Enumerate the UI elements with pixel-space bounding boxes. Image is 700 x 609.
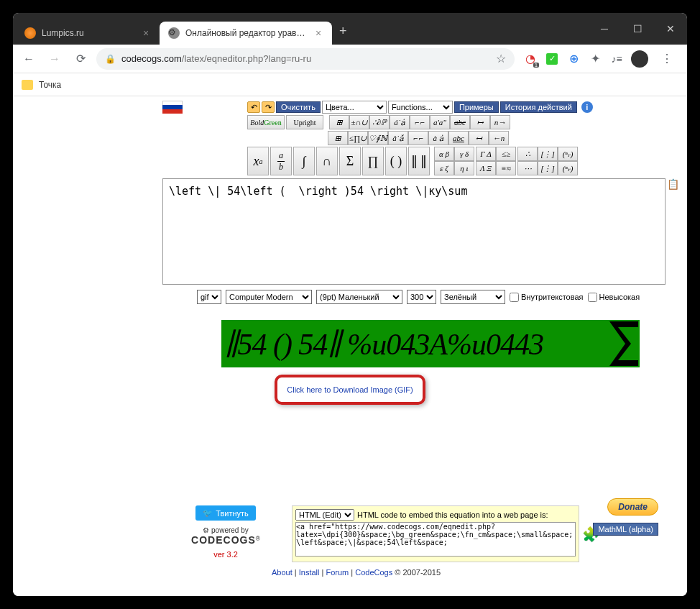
- embed-code-box: HTML (Edit) HTML code to embed this equa…: [292, 505, 579, 562]
- style-bold-button[interactable]: BoldGreen: [247, 115, 285, 129]
- binom2-panel[interactable]: (ⁿᵣ): [558, 161, 578, 175]
- brackets-left-panel[interactable]: ⌐⌐: [410, 115, 430, 129]
- functions-select[interactable]: Functions...: [388, 101, 453, 114]
- close-button[interactable]: ✕: [654, 13, 687, 45]
- language-flag-russia[interactable]: [162, 101, 183, 114]
- compare-panel[interactable]: ≤≥: [496, 147, 516, 161]
- accents-panel[interactable]: á˙ȧ: [390, 115, 410, 129]
- underline-panel[interactable]: abc: [448, 131, 469, 145]
- strikethrough-panel[interactable]: abc: [450, 115, 470, 129]
- brackets3-panel[interactable]: [⋮]: [538, 147, 558, 161]
- copy-icon[interactable]: 📋: [667, 178, 680, 191]
- arrow-right-panel[interactable]: ↦: [470, 115, 490, 129]
- greek-epsilon-panel[interactable]: ε ζ: [434, 161, 454, 175]
- clear-button[interactable]: Очистить: [276, 101, 321, 113]
- matrix2-panel[interactable]: ⊞: [328, 131, 348, 145]
- tab-codecogs[interactable]: ⚙ Онлайновый редактор уравнен ×: [160, 22, 332, 45]
- style-upright-button[interactable]: Upright: [286, 115, 323, 129]
- power-button[interactable]: xa: [247, 147, 269, 175]
- dots2-panel[interactable]: ⋯: [517, 161, 538, 175]
- dots-panel[interactable]: ∴: [517, 147, 538, 161]
- url-text: codecogs.com/latex/eqneditor.php?lang=ru…: [121, 53, 490, 64]
- maximize-button[interactable]: ☐: [621, 13, 654, 45]
- donate-button[interactable]: Donate: [607, 498, 658, 516]
- footer-links: About | Install | Forum | CodeCogs © 200…: [272, 568, 680, 577]
- about-link[interactable]: About: [272, 568, 293, 577]
- greek-alpha-panel[interactable]: α β: [434, 147, 454, 161]
- double-bar-button[interactable]: ‖ ‖: [408, 147, 430, 175]
- reading-list-icon[interactable]: ♪≡: [609, 52, 624, 66]
- inline-checkbox[interactable]: [510, 293, 519, 302]
- arrow-n-panel[interactable]: n→: [490, 115, 510, 129]
- arrow-n2-panel[interactable]: ←n: [489, 131, 509, 145]
- profile-avatar[interactable]: [631, 50, 648, 68]
- integral-button[interactable]: ∫: [293, 147, 315, 175]
- new-tab-button[interactable]: +: [332, 19, 354, 43]
- colors-select[interactable]: Цвета...: [322, 101, 387, 114]
- color-select[interactable]: Зелёный: [441, 290, 505, 304]
- product-button[interactable]: ∏: [362, 147, 384, 175]
- window-controls: ─ ☐ ✕: [588, 13, 687, 45]
- greek-cap-lambda-panel[interactable]: Λ Ξ: [476, 161, 496, 175]
- url-input[interactable]: 🔒 codecogs.com/latex/eqneditor.php?lang=…: [96, 48, 515, 70]
- embed-description: HTML code to embed this equation into a …: [357, 510, 548, 519]
- symbols-panel[interactable]: ♡∮ℕ: [368, 131, 388, 145]
- forward-button[interactable]: →: [45, 49, 65, 69]
- codecogs-link[interactable]: CodeCogs: [355, 568, 392, 577]
- format-select[interactable]: gif: [197, 290, 221, 304]
- size-select[interactable]: (9pt) Маленький: [316, 290, 402, 304]
- arrow-left-panel[interactable]: ↤: [469, 131, 489, 145]
- download-image-link[interactable]: Click here to Download Image (GIF): [287, 385, 413, 394]
- mathml-button[interactable]: MathML (alpha): [593, 523, 658, 536]
- relations-panel[interactable]: ∴∂ℙ: [369, 115, 390, 129]
- history-button[interactable]: История действий: [500, 101, 577, 113]
- compressed-checkbox[interactable]: [588, 293, 597, 302]
- extension-icon[interactable]: ✓: [545, 52, 559, 66]
- dpi-select[interactable]: 300: [407, 290, 436, 304]
- brackets-right-panel[interactable]: ⌐⌐: [408, 131, 428, 145]
- operators-panel[interactable]: ±∩∪: [349, 115, 369, 129]
- font-select[interactable]: Computer Modern: [226, 290, 312, 304]
- extension-icon[interactable]: ◔1: [523, 52, 538, 66]
- greek-gamma-panel[interactable]: γ δ: [454, 147, 474, 161]
- set-ops-panel[interactable]: ≤∏∪: [348, 131, 368, 145]
- binom-panel[interactable]: (ⁿᵣ): [558, 147, 578, 161]
- super-sub-panel[interactable]: a'a": [430, 115, 450, 129]
- info-icon[interactable]: i: [581, 101, 593, 113]
- extensions-menu-icon[interactable]: ✦: [588, 52, 602, 66]
- extension-icon[interactable]: ⊕: [566, 52, 581, 66]
- undo-button[interactable]: ↶: [247, 101, 260, 113]
- intersection-button[interactable]: ∩: [316, 147, 338, 175]
- tweet-button[interactable]: 🐦 Твитнуть: [195, 505, 256, 521]
- abc-panel[interactable]: à ȧ: [428, 131, 448, 145]
- accents2-panel[interactable]: â˙ǎ: [388, 131, 408, 145]
- fraction-button[interactable]: ab: [270, 147, 292, 175]
- bookmark-item[interactable]: Точка: [39, 80, 61, 90]
- embed-code-textarea[interactable]: [295, 522, 576, 557]
- minimize-button[interactable]: ─: [588, 13, 621, 45]
- copyright-text: © 2007-2015: [395, 568, 441, 577]
- tab-close-icon[interactable]: ×: [313, 27, 323, 39]
- sum-button[interactable]: Σ: [339, 147, 361, 175]
- editor-area: 📋: [162, 178, 678, 287]
- matrix-panel[interactable]: ⊞: [329, 115, 349, 129]
- install-link[interactable]: Install: [299, 568, 320, 577]
- equiv-panel[interactable]: ≡≈: [496, 161, 516, 175]
- forum-link[interactable]: Forum: [326, 568, 349, 577]
- footer: 🐦 Твитнуть ⚙ powered by CODECOGS® ver 3.…: [20, 505, 680, 562]
- tab-close-icon[interactable]: ×: [141, 27, 151, 39]
- greek-cap-gamma-panel[interactable]: Γ Δ: [476, 147, 496, 161]
- greek-eta-panel[interactable]: η ι: [454, 161, 474, 175]
- reload-button[interactable]: ⟳: [70, 49, 91, 69]
- redo-button[interactable]: ↷: [262, 101, 275, 113]
- browser-menu-icon[interactable]: ⋮: [655, 52, 678, 65]
- latex-input[interactable]: [162, 178, 666, 285]
- back-button[interactable]: ←: [19, 49, 39, 69]
- embed-format-select[interactable]: HTML (Edit): [295, 509, 354, 521]
- bookmark-star-icon[interactable]: ☆: [496, 52, 506, 65]
- brackets4-panel[interactable]: [⋮]: [538, 161, 558, 175]
- parentheses-button[interactable]: ( ): [385, 147, 407, 175]
- examples-button[interactable]: Примеры: [454, 101, 499, 113]
- titlebar: Lumpics.ru × ⚙ Онлайновый редактор уравн…: [13, 13, 687, 45]
- tab-lumpics[interactable]: Lumpics.ru ×: [16, 22, 160, 45]
